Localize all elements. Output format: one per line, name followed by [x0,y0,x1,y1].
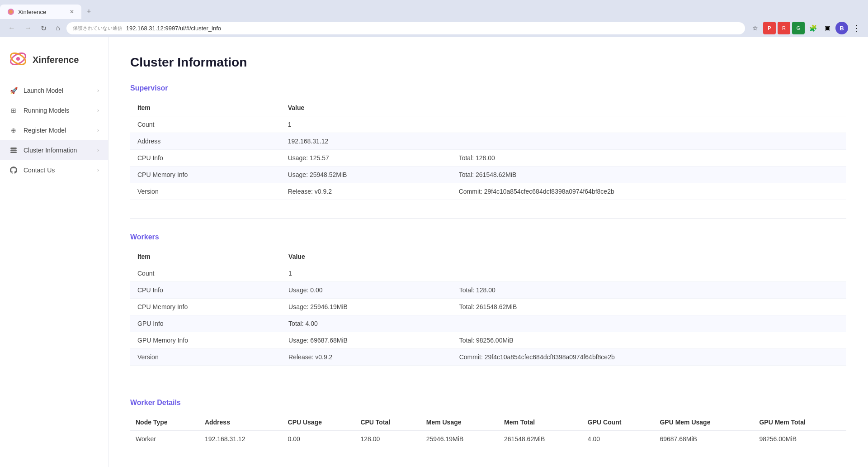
table-cell-mem-usage: 25946.19MiB [421,431,499,448]
profile-icon[interactable]: B [835,22,848,34]
rocket-icon: 🚀 [9,86,18,95]
table-cell-value: Usage: 25946.19MiB [281,299,452,315]
tab-favicon [7,8,14,15]
sidebar-item-cluster-information[interactable]: Cluster Information › [0,140,108,160]
cube-icon: ⊞ [9,106,18,115]
table-cell-extra [452,133,846,150]
table-cell-extra [452,315,846,332]
extension-icon-4[interactable]: 🧩 [807,22,819,34]
sidebar-item-contact-us[interactable]: Contact Us › [0,160,108,180]
extension-icon-3[interactable]: G [792,22,805,34]
table-header-cell: Mem Total [499,414,582,431]
toolbar-icons: ☆ P R G 🧩 ▣ B ⋮ [749,22,863,34]
extension-icon-2[interactable]: R [778,22,790,34]
supervisor-table: Item Value Count 1 Address 192.168.31.12… [130,100,846,200]
table-cell-item: CPU Memory Info [130,299,281,315]
table-cell-extra [452,116,846,133]
table-cell-extra: Total: 261548.62MiB [452,299,846,315]
table-cell-value: Usage: 0.00 [281,282,452,299]
table-cell-cpu-total: 128.00 [355,431,420,448]
supervisor-col-item: Item [130,100,281,116]
table-cell-extra [452,265,846,282]
address-bar-row: ← → ↻ ⌂ 保護されていない通信 192.168.31.12:9997/ui… [0,19,868,37]
plus-square-icon: ⊕ [9,126,18,135]
table-header-cell: Node Type [130,414,199,431]
table-cell-gpu-count: 4.00 [582,431,655,448]
table-header-cell: Mem Usage [421,414,499,431]
security-warning: 保護されていない通信 [73,25,123,32]
address-bar[interactable]: 保護されていない通信 192.168.31.12:9997/ui/#/clust… [66,22,745,34]
url-display: 192.168.31.12:9997/ui/#/cluster_info [126,25,221,32]
app-logo [9,50,27,70]
tab-bar: Xinference ✕ + [0,0,868,19]
table-cell-extra: Total: 98256.00MiB [452,332,846,349]
table-row: CPU Memory Info Usage: 25946.19MiB Total… [130,299,846,315]
back-button[interactable]: ← [5,22,18,34]
table-row: Address 192.168.31.12 [130,133,846,150]
table-row: Worker 192.168.31.12 0.00 128.00 25946.1… [130,431,846,448]
table-cell-item: Version [130,183,281,200]
table-cell-value: Usage: 25948.52MiB [281,167,452,183]
section-divider-1 [130,218,846,219]
table-cell-value: Total: 4.00 [281,315,452,332]
workers-col-item: Item [130,248,281,265]
table-row: GPU Memory Info Usage: 69687.68MiB Total… [130,332,846,349]
browser-chrome: Xinference ✕ + ← → ↻ ⌂ 保護されていない通信 192.16… [0,0,868,37]
table-cell-extra: Total: 128.00 [452,150,846,167]
active-tab[interactable]: Xinference ✕ [0,5,81,19]
table-cell-item: CPU Info [130,282,281,299]
extension-icon-1[interactable]: P [763,22,776,34]
menu-button[interactable]: ⋮ [850,22,863,34]
svg-rect-7 [10,152,17,153]
table-row: CPU Memory Info Usage: 25948.52MiB Total… [130,167,846,183]
chevron-right-icon: › [97,107,99,114]
table-cell-gpu-mem-total: 98256.00MiB [754,431,846,448]
supervisor-section-title: Supervisor [130,84,846,92]
refresh-button[interactable]: ↻ [38,22,49,34]
table-cell-address: 192.168.31.12 [199,431,283,448]
table-cell-value: Usage: 69687.68MiB [281,332,452,349]
table-cell-item: Count [130,265,281,282]
table-header-cell: GPU Mem Usage [654,414,754,431]
table-cell-gpu-mem-usage: 69687.68MiB [654,431,754,448]
table-row: Version Release: v0.9.2 Commit: 29f4c10a… [130,183,846,200]
table-cell-value: Release: v0.9.2 [281,183,452,200]
new-tab-button[interactable]: + [81,4,96,19]
app-name: Xinference [33,55,79,65]
table-header-cell: CPU Usage [283,414,355,431]
table-cell-item: CPU Memory Info [130,167,281,183]
tab-title: Xinference [18,9,66,15]
worker-details-table: Node TypeAddressCPU UsageCPU TotalMem Us… [130,414,846,447]
main-content: Cluster Information Supervisor Item Valu… [108,37,868,467]
sidebar-item-label: Running Models [24,107,92,114]
database-icon [9,146,18,155]
svg-rect-6 [10,150,17,151]
chevron-right-icon: › [97,87,99,94]
chevron-right-icon: › [97,147,99,153]
home-button[interactable]: ⌂ [53,22,63,34]
table-cell-item: Count [130,116,281,133]
forward-button[interactable]: → [22,22,34,34]
table-row: CPU Info Usage: 125.57 Total: 128.00 [130,150,846,167]
bookmark-icon[interactable]: ☆ [749,22,761,34]
sidebar-item-running-models[interactable]: ⊞ Running Models › [0,100,108,120]
table-cell-item: GPU Memory Info [130,332,281,349]
table-row: CPU Info Usage: 0.00 Total: 128.00 [130,282,846,299]
workers-section: Workers Item Value Count 1 CPU Info Usag… [130,233,846,366]
table-cell-value: 1 [281,116,452,133]
table-cell-node-type: Worker [130,431,199,448]
table-cell-value: Release: v0.9.2 [281,349,452,366]
table-cell-item: Address [130,133,281,150]
svg-point-1 [9,10,13,14]
table-header-cell: Address [199,414,283,431]
sidebar-item-register-model[interactable]: ⊕ Register Model › [0,120,108,140]
table-header-cell: GPU Count [582,414,655,431]
workers-col-extra [452,248,846,265]
app-layout: Xinference 🚀 Launch Model › ⊞ Running Mo… [0,37,868,467]
table-header-cell: GPU Mem Total [754,414,846,431]
tab-close-button[interactable]: ✕ [70,9,74,15]
table-cell-value: 1 [281,265,452,282]
sidebar-toggle[interactable]: ▣ [821,22,834,34]
sidebar-item-launch-model[interactable]: 🚀 Launch Model › [0,81,108,100]
table-cell-item: GPU Info [130,315,281,332]
